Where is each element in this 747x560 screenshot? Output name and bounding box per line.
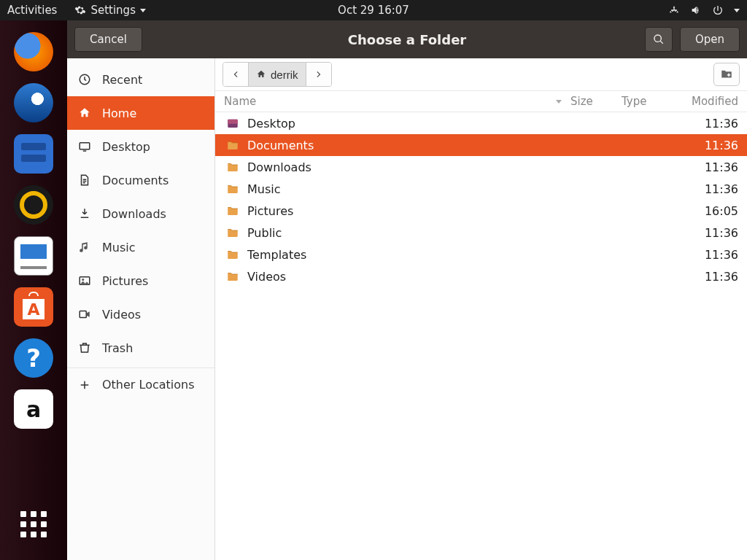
new-folder-button[interactable] [713,63,740,86]
network-icon[interactable] [668,4,680,16]
volume-icon[interactable] [690,4,702,16]
ubuntu-dock: A ? a [0,20,67,560]
file-row[interactable]: Desktop11:36 [215,112,747,134]
system-menu-chevron-icon[interactable] [734,9,740,12]
file-listing-pane: derrik Name Size Type Modified [215,58,747,560]
file-name: Downloads [247,160,673,174]
file-name: Pictures [247,204,673,218]
app-menu-label: Settings [90,4,136,17]
breadcrumb: derrik [222,62,332,87]
pictures-icon [77,274,92,287]
file-row[interactable]: Videos11:36 [215,265,747,287]
plus-icon [77,378,92,392]
sidebar-item-label: Pictures [102,274,148,288]
sidebar-item-label: Music [102,241,136,254]
home-icon [77,106,92,120]
power-icon[interactable] [712,4,724,16]
sidebar-item-label: Videos [102,308,141,322]
sidebar-item-label: Documents [102,174,169,187]
file-modified: 11:36 [673,248,738,262]
sidebar-item-trash[interactable]: Trash [67,331,214,365]
column-name-label: Name [224,95,256,108]
file-row[interactable]: Documents11:36 [215,134,747,156]
sort-indicator-icon [556,100,562,104]
column-modified[interactable]: Modified [673,95,738,108]
column-size[interactable]: Size [570,95,622,108]
path-toolbar: derrik [215,58,747,90]
sidebar-item-label: Trash [102,341,133,355]
file-name: Documents [247,139,673,152]
breadcrumb-forward[interactable] [306,63,331,86]
folder-icon [224,248,241,261]
file-row[interactable]: Downloads11:36 [215,156,747,178]
file-modified: 11:36 [673,117,738,131]
folder-icon [224,139,241,152]
sidebar-item-recent[interactable]: Recent [67,63,214,96]
home-icon [256,69,266,79]
file-row[interactable]: Templates11:36 [215,244,747,265]
file-row[interactable]: Public11:36 [215,222,747,244]
file-name: Music [247,182,673,196]
breadcrumb-back[interactable] [223,63,249,86]
desktop-icon [77,140,92,153]
doc-icon [77,174,92,187]
cancel-button[interactable]: Cancel [74,27,142,52]
download-icon [77,207,92,220]
sidebar-item-videos[interactable]: Videos [67,298,214,331]
sidebar-item-label: Downloads [102,207,166,221]
places-sidebar: RecentHomeDesktopDocumentsDownloadsMusic… [67,58,215,560]
dock-app-files[interactable] [14,134,53,174]
app-menu[interactable]: Settings [74,4,146,17]
file-rows: Desktop11:36Documents11:36Downloads11:36… [215,112,747,560]
column-type[interactable]: Type [622,95,673,108]
file-name: Public [247,226,673,240]
new-folder-icon [720,68,733,81]
dock-app-rhythmbox[interactable] [14,185,53,225]
file-row[interactable]: Pictures16:05 [215,200,747,222]
show-applications-button[interactable] [14,505,53,544]
sidebar-item-music[interactable]: Music [67,230,214,264]
dock-app-amazon[interactable]: a [14,389,53,429]
clock[interactable]: Oct 29 16:07 [338,4,409,17]
file-name: Videos [247,270,673,284]
file-row[interactable]: Music11:36 [215,178,747,200]
dock-app-software[interactable]: A [14,287,53,327]
dock-app-libreoffice[interactable] [14,236,53,276]
file-modified: 11:36 [673,226,738,240]
search-icon [653,34,665,45]
dock-app-firefox[interactable] [14,32,53,71]
sidebar-item-documents[interactable]: Documents [67,163,214,197]
file-chooser-dialog: Cancel Choose a Folder Open RecentHomeDe… [67,20,747,560]
sidebar-item-label: Other Locations [102,378,195,392]
column-name[interactable]: Name [224,95,570,108]
breadcrumb-home[interactable]: derrik [249,63,306,86]
search-button[interactable] [645,27,673,52]
file-modified: 16:05 [673,204,738,218]
trash-icon [77,341,92,354]
sidebar-item-label: Home [102,106,136,120]
sidebar-item-downloads[interactable]: Downloads [67,197,214,230]
file-name: Templates [247,248,673,262]
sidebar-item-pictures[interactable]: Pictures [67,264,214,298]
sidebar-item-other[interactable]: Other Locations [67,368,214,401]
chevron-down-icon [140,9,146,12]
sidebar-item-label: Desktop [102,140,150,154]
clock-icon [77,73,92,86]
folder-icon [224,204,241,217]
sidebar-item-home[interactable]: Home [67,96,214,130]
activities-button[interactable]: Activities [7,4,57,17]
music-icon [77,241,92,254]
open-button[interactable]: Open [680,27,740,52]
dock-app-help[interactable]: ? [14,338,53,378]
dialog-titlebar: Cancel Choose a Folder Open [67,20,747,58]
videos-icon [77,308,92,321]
chevron-left-icon [231,69,241,79]
folder-icon [224,182,241,195]
sidebar-item-desktop[interactable]: Desktop [67,130,214,163]
dock-app-thunderbird[interactable] [14,83,53,122]
file-modified: 11:36 [673,270,738,284]
file-modified: 11:36 [673,160,738,174]
column-headers: Name Size Type Modified [215,90,747,112]
gear-icon [74,4,86,16]
chevron-right-icon [314,69,324,79]
